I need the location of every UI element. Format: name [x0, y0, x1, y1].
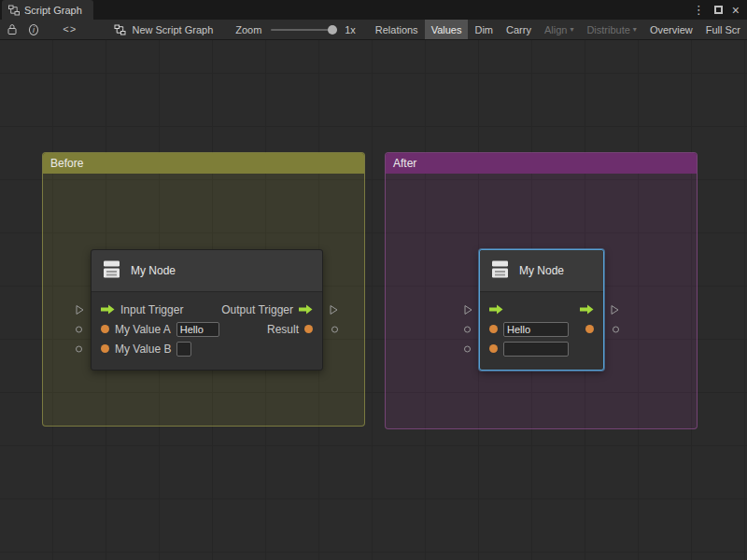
node-my-node-before[interactable]: My Node Input Trigger Output Trigger	[91, 249, 323, 371]
value-input-port[interactable]	[101, 344, 109, 353]
group-after-header[interactable]: After	[386, 153, 697, 174]
unit-icon	[489, 259, 511, 284]
script-graph-icon	[8, 5, 20, 16]
graph-breadcrumb[interactable]: New Script Graph	[114, 24, 213, 35]
my-value-a-input[interactable]	[176, 322, 219, 337]
distribute-label: Distribute	[586, 24, 629, 35]
value-input-port[interactable]	[489, 325, 498, 333]
value-input-connector[interactable]	[464, 326, 471, 332]
my-value-b-label: My Value B	[115, 343, 171, 356]
unit-icon	[101, 259, 122, 284]
chevron-down-icon: ▾	[570, 25, 573, 34]
node-my-node-after[interactable]: My Node	[479, 249, 604, 371]
my-value-b-input[interactable]	[176, 342, 191, 357]
result-label: Result	[267, 323, 299, 336]
flow-input-port[interactable]	[489, 304, 503, 315]
port-row	[480, 339, 603, 358]
align-button[interactable]: Align ▾	[538, 20, 580, 40]
graph-asset-icon	[114, 24, 126, 35]
value-output-port[interactable]	[304, 325, 313, 333]
value-output-connector[interactable]	[613, 326, 619, 332]
group-after-title: After	[393, 157, 416, 170]
info-icon[interactable]: i	[29, 24, 38, 35]
port-row: Input Trigger Output Trigger	[92, 300, 322, 319]
flow-input-connector[interactable]	[76, 304, 84, 315]
close-icon[interactable]: ×	[732, 4, 740, 17]
group-before-title: Before	[50, 157, 83, 170]
my-value-a-input[interactable]	[503, 322, 569, 337]
flow-input-port[interactable]	[101, 304, 115, 315]
flow-input-connector[interactable]	[464, 304, 472, 315]
value-input-port[interactable]	[101, 325, 109, 333]
dim-button[interactable]: Dim	[468, 20, 500, 40]
values-button[interactable]: Values	[425, 20, 469, 40]
values-label: Values	[431, 24, 462, 35]
node-title: My Node	[131, 264, 176, 277]
value-output-connector[interactable]	[331, 326, 338, 332]
overview-label: Overview	[650, 24, 693, 35]
graph-name-label: New Script Graph	[132, 24, 213, 35]
code-icon[interactable]: <>	[63, 24, 77, 35]
value-input-connector[interactable]	[464, 345, 471, 352]
port-row: My Value A Result	[92, 319, 322, 339]
align-label: Align	[544, 24, 567, 35]
value-input-connector[interactable]	[76, 326, 82, 332]
distribute-button[interactable]: Distribute ▾	[580, 20, 642, 40]
output-trigger-label: Output Trigger	[221, 303, 293, 316]
my-value-b-input[interactable]	[503, 342, 569, 357]
group-before-header[interactable]: Before	[43, 153, 364, 174]
node-body	[480, 292, 603, 370]
tab-bar: Script Graph ⋮ ×	[0, 0, 747, 20]
relations-label: Relations	[375, 24, 418, 35]
dim-label: Dim	[474, 24, 493, 35]
graph-canvas[interactable]: Before After My Node	[0, 40, 747, 560]
lock-icon[interactable]	[7, 23, 18, 35]
value-output-port[interactable]	[585, 325, 594, 333]
node-body: Input Trigger Output Trigger My Value A …	[92, 292, 322, 370]
window-menu-icon[interactable]: ⋮	[693, 4, 705, 16]
value-input-connector[interactable]	[76, 345, 82, 352]
port-row: My Value B	[92, 339, 322, 358]
toolbar-buttons: Relations Values Dim Carry Align ▾ Distr…	[369, 20, 747, 40]
value-input-port[interactable]	[489, 344, 498, 353]
flow-output-port[interactable]	[299, 304, 313, 315]
overview-button[interactable]: Overview	[643, 20, 699, 40]
port-row	[480, 319, 603, 339]
zoom-value: 1x	[345, 24, 356, 35]
node-header: My Node	[480, 250, 603, 292]
my-value-a-label: My Value A	[115, 323, 171, 336]
flow-output-connector[interactable]	[330, 304, 338, 315]
tab-title: Script Graph	[24, 5, 82, 16]
flow-output-port[interactable]	[580, 304, 594, 315]
carry-button[interactable]: Carry	[500, 20, 538, 40]
node-title: My Node	[519, 264, 564, 277]
fullscreen-label: Full Scr	[706, 24, 740, 35]
flow-output-connector[interactable]	[611, 304, 619, 315]
relations-button[interactable]: Relations	[369, 20, 425, 40]
graph-toolbar: i <> New Script Graph Zoom 1x Relations …	[0, 20, 747, 40]
zoom-slider[interactable]	[271, 29, 337, 31]
zoom-slider-knob[interactable]	[328, 25, 337, 35]
zoom-label: Zoom	[235, 24, 261, 35]
window-controls: ⋮ ×	[693, 0, 747, 20]
tab-script-graph[interactable]: Script Graph	[2, 0, 93, 20]
chevron-down-icon: ▾	[633, 25, 637, 34]
input-trigger-label: Input Trigger	[120, 303, 183, 316]
port-row	[480, 300, 603, 319]
fullscreen-button[interactable]: Full Scr	[699, 20, 747, 40]
carry-label: Carry	[506, 24, 531, 35]
node-header: My Node	[92, 250, 322, 292]
maximize-icon[interactable]	[714, 6, 723, 14]
